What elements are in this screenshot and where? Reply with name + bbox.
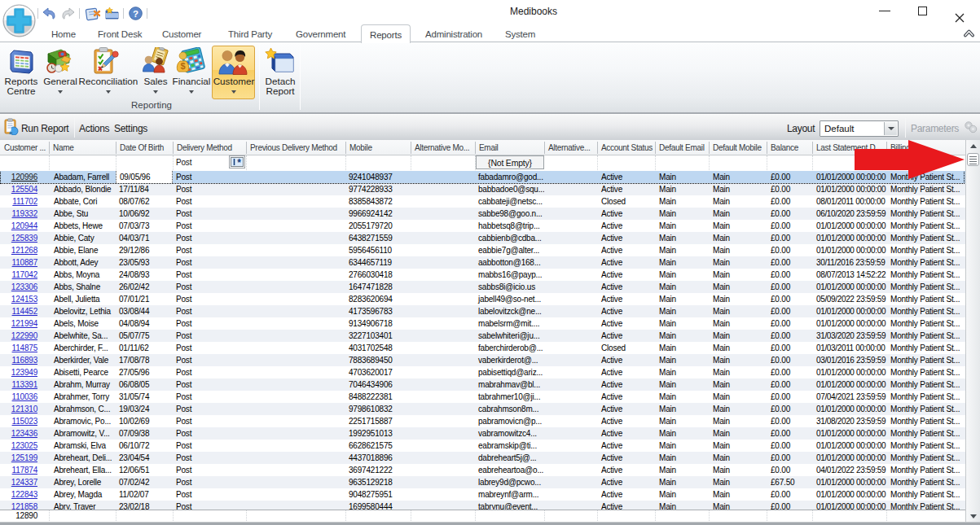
svg-text:$: $ bbox=[180, 61, 185, 71]
svg-text:?: ? bbox=[133, 9, 138, 19]
svg-text:*: * bbox=[237, 157, 241, 168]
